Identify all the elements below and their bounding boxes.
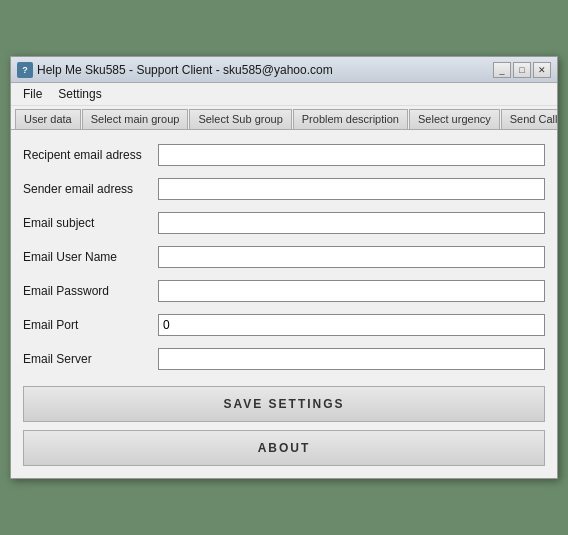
tab-urgency[interactable]: Select urgency	[409, 109, 500, 129]
title-bar-left: ? Help Me Sku585 - Support Client - sku5…	[17, 62, 333, 78]
email-username-row: Email User Name	[23, 246, 545, 268]
email-username-label: Email User Name	[23, 250, 158, 264]
menu-bar: File Settings	[11, 83, 557, 106]
email-server-label: Email Server	[23, 352, 158, 366]
save-button-row: SAVE SETTINGS	[23, 386, 545, 422]
about-button[interactable]: ABOUT	[23, 430, 545, 466]
menu-file[interactable]: File	[15, 85, 50, 103]
email-password-row: Email Password	[23, 280, 545, 302]
close-button[interactable]: ✕	[533, 62, 551, 78]
title-bar: ? Help Me Sku585 - Support Client - sku5…	[11, 57, 557, 83]
email-username-input[interactable]	[158, 246, 545, 268]
save-settings-button[interactable]: SAVE SETTINGS	[23, 386, 545, 422]
sender-email-row: Sender email adress	[23, 178, 545, 200]
window-controls: _ □ ✕	[493, 62, 551, 78]
tab-main-group[interactable]: Select main group	[82, 109, 189, 129]
maximize-button[interactable]: □	[513, 62, 531, 78]
menu-settings[interactable]: Settings	[50, 85, 109, 103]
email-password-label: Email Password	[23, 284, 158, 298]
email-port-input[interactable]	[158, 314, 545, 336]
email-port-row: Email Port	[23, 314, 545, 336]
email-port-label: Email Port	[23, 318, 158, 332]
settings-panel: Recipent email adress Sender email adres…	[11, 130, 557, 478]
email-subject-label: Email subject	[23, 216, 158, 230]
email-subject-row: Email subject	[23, 212, 545, 234]
tab-send-call[interactable]: Send Call	[501, 109, 557, 129]
email-server-input[interactable]	[158, 348, 545, 370]
email-password-input[interactable]	[158, 280, 545, 302]
window-title: Help Me Sku585 - Support Client - sku585…	[37, 63, 333, 77]
recipient-email-input[interactable]	[158, 144, 545, 166]
recipient-email-label: Recipent email adress	[23, 148, 158, 162]
sender-email-label: Sender email adress	[23, 182, 158, 196]
tab-user-data[interactable]: User data	[15, 109, 81, 129]
tabs-bar: User data Select main group Select Sub g…	[11, 106, 557, 130]
minimize-button[interactable]: _	[493, 62, 511, 78]
tab-sub-group[interactable]: Select Sub group	[189, 109, 291, 129]
recipient-email-row: Recipent email adress	[23, 144, 545, 166]
app-window: ? Help Me Sku585 - Support Client - sku5…	[10, 56, 558, 479]
app-icon: ?	[17, 62, 33, 78]
email-subject-input[interactable]	[158, 212, 545, 234]
sender-email-input[interactable]	[158, 178, 545, 200]
email-server-row: Email Server	[23, 348, 545, 370]
tab-problem[interactable]: Problem description	[293, 109, 408, 129]
